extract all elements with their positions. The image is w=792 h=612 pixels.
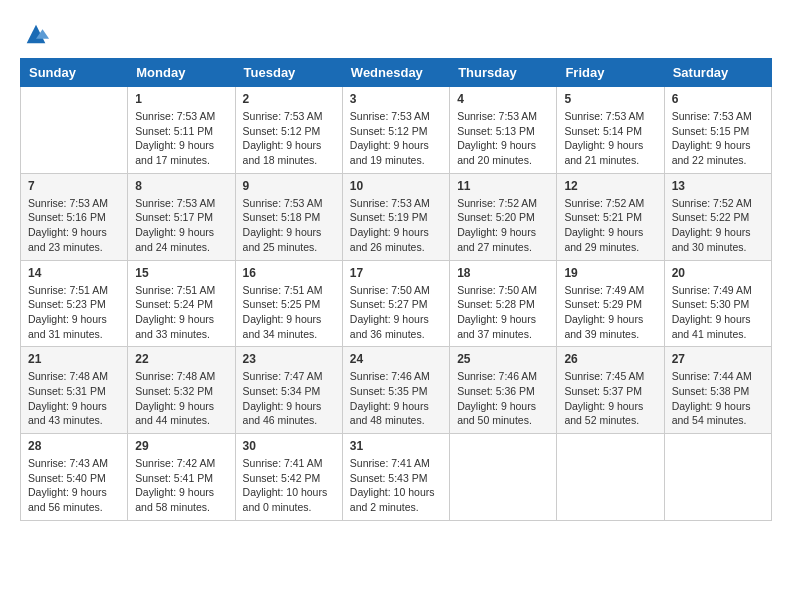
day-number: 29 bbox=[135, 439, 227, 453]
day-cell: 6Sunrise: 7:53 AMSunset: 5:15 PMDaylight… bbox=[664, 87, 771, 174]
sunrise-text: Sunrise: 7:41 AM bbox=[350, 457, 430, 469]
day-number: 17 bbox=[350, 266, 442, 280]
sunrise-text: Sunrise: 7:47 AM bbox=[243, 370, 323, 382]
sunrise-text: Sunrise: 7:52 AM bbox=[672, 197, 752, 209]
column-header-thursday: Thursday bbox=[450, 59, 557, 87]
day-info: Sunrise: 7:53 AMSunset: 5:12 PMDaylight:… bbox=[350, 109, 442, 168]
sunrise-text: Sunrise: 7:53 AM bbox=[28, 197, 108, 209]
day-cell: 12Sunrise: 7:52 AMSunset: 5:21 PMDayligh… bbox=[557, 173, 664, 260]
daylight-text: Daylight: 9 hours and 33 minutes. bbox=[135, 313, 214, 340]
day-number: 24 bbox=[350, 352, 442, 366]
daylight-text: Daylight: 9 hours and 48 minutes. bbox=[350, 400, 429, 427]
day-info: Sunrise: 7:49 AMSunset: 5:29 PMDaylight:… bbox=[564, 283, 656, 342]
column-header-tuesday: Tuesday bbox=[235, 59, 342, 87]
day-number: 31 bbox=[350, 439, 442, 453]
sunrise-text: Sunrise: 7:45 AM bbox=[564, 370, 644, 382]
day-cell: 26Sunrise: 7:45 AMSunset: 5:37 PMDayligh… bbox=[557, 347, 664, 434]
daylight-text: Daylight: 9 hours and 24 minutes. bbox=[135, 226, 214, 253]
day-cell: 23Sunrise: 7:47 AMSunset: 5:34 PMDayligh… bbox=[235, 347, 342, 434]
sunset-text: Sunset: 5:19 PM bbox=[350, 211, 428, 223]
daylight-text: Daylight: 9 hours and 50 minutes. bbox=[457, 400, 536, 427]
sunrise-text: Sunrise: 7:48 AM bbox=[28, 370, 108, 382]
week-row-4: 21Sunrise: 7:48 AMSunset: 5:31 PMDayligh… bbox=[21, 347, 772, 434]
sunset-text: Sunset: 5:15 PM bbox=[672, 125, 750, 137]
day-cell: 24Sunrise: 7:46 AMSunset: 5:35 PMDayligh… bbox=[342, 347, 449, 434]
sunrise-text: Sunrise: 7:51 AM bbox=[243, 284, 323, 296]
sunset-text: Sunset: 5:42 PM bbox=[243, 472, 321, 484]
logo bbox=[20, 20, 50, 48]
day-info: Sunrise: 7:50 AMSunset: 5:27 PMDaylight:… bbox=[350, 283, 442, 342]
daylight-text: Daylight: 9 hours and 31 minutes. bbox=[28, 313, 107, 340]
day-cell: 22Sunrise: 7:48 AMSunset: 5:32 PMDayligh… bbox=[128, 347, 235, 434]
week-row-3: 14Sunrise: 7:51 AMSunset: 5:23 PMDayligh… bbox=[21, 260, 772, 347]
sunrise-text: Sunrise: 7:53 AM bbox=[135, 110, 215, 122]
daylight-text: Daylight: 9 hours and 34 minutes. bbox=[243, 313, 322, 340]
day-cell: 10Sunrise: 7:53 AMSunset: 5:19 PMDayligh… bbox=[342, 173, 449, 260]
sunrise-text: Sunrise: 7:48 AM bbox=[135, 370, 215, 382]
day-number: 15 bbox=[135, 266, 227, 280]
column-header-monday: Monday bbox=[128, 59, 235, 87]
day-number: 26 bbox=[564, 352, 656, 366]
sunrise-text: Sunrise: 7:53 AM bbox=[564, 110, 644, 122]
day-info: Sunrise: 7:42 AMSunset: 5:41 PMDaylight:… bbox=[135, 456, 227, 515]
day-cell: 4Sunrise: 7:53 AMSunset: 5:13 PMDaylight… bbox=[450, 87, 557, 174]
day-number: 23 bbox=[243, 352, 335, 366]
sunset-text: Sunset: 5:12 PM bbox=[243, 125, 321, 137]
daylight-text: Daylight: 9 hours and 26 minutes. bbox=[350, 226, 429, 253]
day-info: Sunrise: 7:52 AMSunset: 5:22 PMDaylight:… bbox=[672, 196, 764, 255]
sunset-text: Sunset: 5:35 PM bbox=[350, 385, 428, 397]
sunset-text: Sunset: 5:11 PM bbox=[135, 125, 213, 137]
day-cell: 13Sunrise: 7:52 AMSunset: 5:22 PMDayligh… bbox=[664, 173, 771, 260]
day-number: 4 bbox=[457, 92, 549, 106]
day-number: 27 bbox=[672, 352, 764, 366]
day-info: Sunrise: 7:46 AMSunset: 5:35 PMDaylight:… bbox=[350, 369, 442, 428]
day-cell bbox=[557, 434, 664, 521]
sunset-text: Sunset: 5:17 PM bbox=[135, 211, 213, 223]
daylight-text: Daylight: 9 hours and 27 minutes. bbox=[457, 226, 536, 253]
day-number: 30 bbox=[243, 439, 335, 453]
sunrise-text: Sunrise: 7:41 AM bbox=[243, 457, 323, 469]
sunset-text: Sunset: 5:41 PM bbox=[135, 472, 213, 484]
sunrise-text: Sunrise: 7:52 AM bbox=[457, 197, 537, 209]
day-number: 21 bbox=[28, 352, 120, 366]
sunset-text: Sunset: 5:25 PM bbox=[243, 298, 321, 310]
day-number: 16 bbox=[243, 266, 335, 280]
day-info: Sunrise: 7:53 AMSunset: 5:18 PMDaylight:… bbox=[243, 196, 335, 255]
sunrise-text: Sunrise: 7:52 AM bbox=[564, 197, 644, 209]
day-info: Sunrise: 7:50 AMSunset: 5:28 PMDaylight:… bbox=[457, 283, 549, 342]
day-cell: 14Sunrise: 7:51 AMSunset: 5:23 PMDayligh… bbox=[21, 260, 128, 347]
sunrise-text: Sunrise: 7:53 AM bbox=[672, 110, 752, 122]
day-cell: 8Sunrise: 7:53 AMSunset: 5:17 PMDaylight… bbox=[128, 173, 235, 260]
day-number: 8 bbox=[135, 179, 227, 193]
daylight-text: Daylight: 9 hours and 19 minutes. bbox=[350, 139, 429, 166]
sunrise-text: Sunrise: 7:46 AM bbox=[457, 370, 537, 382]
day-cell: 9Sunrise: 7:53 AMSunset: 5:18 PMDaylight… bbox=[235, 173, 342, 260]
day-cell: 28Sunrise: 7:43 AMSunset: 5:40 PMDayligh… bbox=[21, 434, 128, 521]
sunset-text: Sunset: 5:31 PM bbox=[28, 385, 106, 397]
sunset-text: Sunset: 5:40 PM bbox=[28, 472, 106, 484]
week-row-2: 7Sunrise: 7:53 AMSunset: 5:16 PMDaylight… bbox=[21, 173, 772, 260]
sunrise-text: Sunrise: 7:53 AM bbox=[243, 197, 323, 209]
column-header-sunday: Sunday bbox=[21, 59, 128, 87]
daylight-text: Daylight: 9 hours and 46 minutes. bbox=[243, 400, 322, 427]
sunset-text: Sunset: 5:24 PM bbox=[135, 298, 213, 310]
column-header-friday: Friday bbox=[557, 59, 664, 87]
day-info: Sunrise: 7:53 AMSunset: 5:15 PMDaylight:… bbox=[672, 109, 764, 168]
daylight-text: Daylight: 9 hours and 21 minutes. bbox=[564, 139, 643, 166]
day-info: Sunrise: 7:48 AMSunset: 5:32 PMDaylight:… bbox=[135, 369, 227, 428]
sunset-text: Sunset: 5:36 PM bbox=[457, 385, 535, 397]
daylight-text: Daylight: 9 hours and 43 minutes. bbox=[28, 400, 107, 427]
sunset-text: Sunset: 5:37 PM bbox=[564, 385, 642, 397]
day-cell: 31Sunrise: 7:41 AMSunset: 5:43 PMDayligh… bbox=[342, 434, 449, 521]
daylight-text: Daylight: 9 hours and 58 minutes. bbox=[135, 486, 214, 513]
day-cell bbox=[450, 434, 557, 521]
day-cell: 2Sunrise: 7:53 AMSunset: 5:12 PMDaylight… bbox=[235, 87, 342, 174]
sunrise-text: Sunrise: 7:44 AM bbox=[672, 370, 752, 382]
sunrise-text: Sunrise: 7:50 AM bbox=[457, 284, 537, 296]
daylight-text: Daylight: 9 hours and 37 minutes. bbox=[457, 313, 536, 340]
daylight-text: Daylight: 9 hours and 17 minutes. bbox=[135, 139, 214, 166]
sunrise-text: Sunrise: 7:53 AM bbox=[243, 110, 323, 122]
day-info: Sunrise: 7:46 AMSunset: 5:36 PMDaylight:… bbox=[457, 369, 549, 428]
day-number: 2 bbox=[243, 92, 335, 106]
sunset-text: Sunset: 5:27 PM bbox=[350, 298, 428, 310]
